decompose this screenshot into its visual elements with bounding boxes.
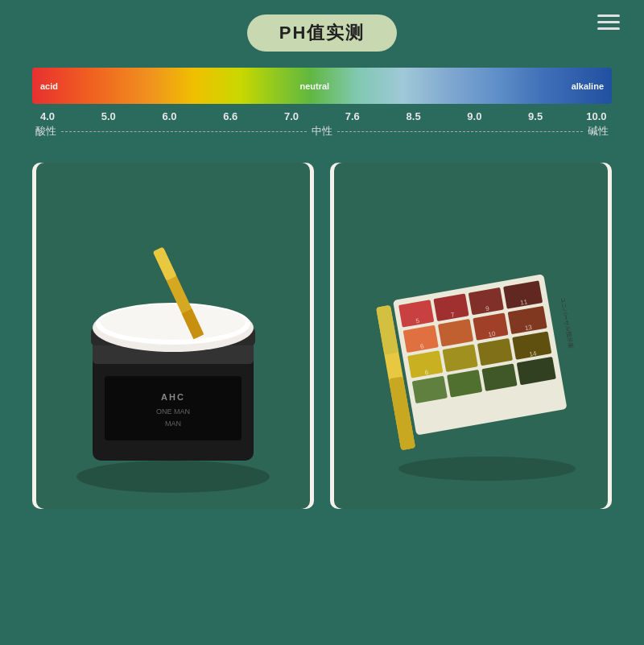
menu-line-1 (597, 14, 620, 17)
menu-line-3 (597, 27, 620, 30)
strip-card-image: 5 7 9 11 6 10 13 6 14 ユニバーサル指示薬 (330, 163, 612, 509)
alkaline-cn-label: 碱性 (588, 124, 609, 139)
alkaline-label: alkaline (572, 81, 604, 91)
scale-6.0: 6.0 (158, 110, 182, 122)
scale-8.5: 8.5 (402, 110, 426, 122)
jar-image: AHC ONE MAN MAN (32, 163, 314, 509)
images-section: AHC ONE MAN MAN (0, 155, 644, 525)
scale-4.0: 4.0 (35, 110, 60, 122)
svg-point-1 (76, 461, 270, 493)
page-title: PH值实测 (279, 23, 365, 43)
menu-line-2 (597, 21, 620, 23)
svg-point-16 (398, 457, 576, 481)
svg-point-11 (101, 304, 246, 340)
neutral-label: neutral (58, 81, 572, 91)
dashed-right (337, 131, 583, 132)
acid-cn-label: 酸性 (35, 124, 56, 139)
svg-text:MAN: MAN (165, 420, 181, 428)
scale-7.6: 7.6 (341, 110, 365, 122)
ph-scale-section: acid neutral alkaline 4.0 5.0 6.0 6.6 7.… (32, 68, 612, 139)
header: PH值实测 (0, 0, 644, 60)
scale-7.0: 7.0 (279, 110, 303, 122)
left-image-card: AHC ONE MAN MAN (32, 163, 314, 509)
color-bar-container: acid neutral alkaline (32, 68, 612, 104)
svg-text:AHC: AHC (161, 392, 185, 402)
color-bar: acid neutral alkaline (32, 68, 612, 104)
scale-6.6: 6.6 (218, 110, 242, 122)
acid-label: acid (40, 81, 58, 91)
dashed-left (61, 131, 307, 132)
neutral-cn-label: 中性 (312, 124, 332, 139)
scale-5.0: 5.0 (97, 110, 121, 122)
menu-button[interactable] (597, 14, 620, 30)
right-image-card: 5 7 9 11 6 10 13 6 14 ユニバーサル指示薬 (330, 163, 612, 509)
scale-labels-chinese: 酸性 中性 碱性 (32, 122, 612, 139)
title-badge: PH值实测 (247, 14, 398, 52)
scale-9.5: 9.5 (523, 110, 547, 122)
scale-9.0: 9.0 (462, 110, 486, 122)
bar-labels: acid neutral alkaline (32, 68, 612, 104)
scale-10.0: 10.0 (584, 110, 609, 122)
svg-text:ONE MAN: ONE MAN (156, 407, 190, 416)
scale-numbers: 4.0 5.0 6.0 6.6 7.0 7.6 8.5 9.0 9.5 10.0 (32, 107, 612, 122)
